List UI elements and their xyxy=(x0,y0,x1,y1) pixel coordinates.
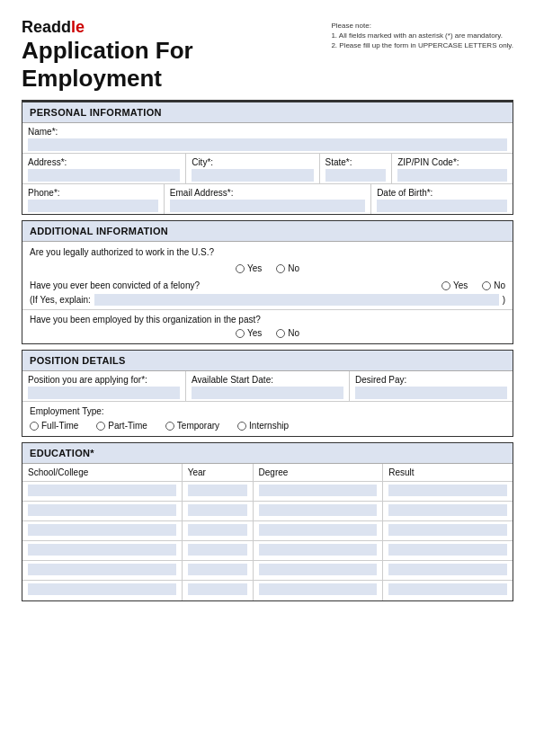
address-row: Address*: City*: State*: ZIP/PIN Code*: xyxy=(22,154,513,184)
employed-label: Have you been employed by this organizat… xyxy=(30,315,261,325)
edu-school-input-5[interactable] xyxy=(28,564,176,575)
edu-result-input-5[interactable] xyxy=(388,564,507,575)
employed-yes-radio[interactable] xyxy=(236,329,245,338)
edu-year-input-4[interactable] xyxy=(188,544,247,556)
name-row: Name*: xyxy=(22,123,513,154)
edu-year-input-6[interactable] xyxy=(188,583,247,595)
employed-label-row: Have you been employed by this organizat… xyxy=(22,310,513,326)
desired-pay-cell: Desired Pay: xyxy=(350,371,513,401)
email-cell: Email Address*: xyxy=(165,184,371,214)
authorized-no-radio[interactable] xyxy=(276,264,285,273)
felony-yes-radio[interactable] xyxy=(441,281,450,290)
felony-no-label: No xyxy=(494,280,505,290)
dob-label: Date of Birth*: xyxy=(377,188,507,198)
applying-input[interactable] xyxy=(28,387,180,399)
state-input[interactable] xyxy=(325,169,387,182)
edu-school-5 xyxy=(22,561,183,580)
edu-year-4 xyxy=(183,541,254,560)
felony-yes-option[interactable]: Yes xyxy=(441,280,468,290)
edu-degree-input-4[interactable] xyxy=(259,544,378,556)
authorized-yes-option[interactable]: Yes xyxy=(236,263,262,273)
edu-year-input-3[interactable] xyxy=(188,524,247,536)
edu-result-input-2[interactable] xyxy=(388,504,507,516)
dob-cell: Date of Birth*: xyxy=(371,184,513,214)
desired-pay-input[interactable] xyxy=(355,387,507,399)
felony-label: Have you ever been convicted of a felony… xyxy=(30,280,200,290)
email-input[interactable] xyxy=(170,200,365,212)
edu-school-input-6[interactable] xyxy=(28,583,176,595)
start-date-input[interactable] xyxy=(192,387,343,399)
additional-information-section: ADDITIONAL INFORMATION Are you legally a… xyxy=(22,220,513,344)
state-label: State*: xyxy=(325,157,387,167)
edu-school-4 xyxy=(22,541,183,560)
felony-radio-group: Yes No xyxy=(441,280,505,290)
name-label: Name*: xyxy=(28,127,507,137)
edu-school-input-3[interactable] xyxy=(28,524,176,536)
page-header: Readdle Application For Employment Pleas… xyxy=(22,18,513,102)
fulltime-radio[interactable] xyxy=(30,422,39,431)
address-input[interactable] xyxy=(28,169,180,182)
edu-school-1 xyxy=(22,482,183,501)
zip-label: ZIP/PIN Code*: xyxy=(397,157,507,167)
edu-school-input-4[interactable] xyxy=(28,544,176,556)
felony-no-radio[interactable] xyxy=(482,281,491,290)
phone-cell: Phone*: xyxy=(22,184,165,214)
edu-school-2 xyxy=(22,502,183,520)
edu-result-input-6[interactable] xyxy=(388,583,507,595)
temporary-label: Temporary xyxy=(177,421,219,431)
edu-school-3 xyxy=(22,521,183,540)
zip-input[interactable] xyxy=(397,169,507,182)
edu-degree-input-6[interactable] xyxy=(259,583,378,595)
desired-pay-label: Desired Pay: xyxy=(355,375,507,385)
city-input[interactable] xyxy=(192,169,313,182)
edu-result-4 xyxy=(383,541,513,560)
employed-yes-option[interactable]: Yes xyxy=(236,328,262,338)
additional-section-header: ADDITIONAL INFORMATION xyxy=(22,220,513,242)
logo: Readdle xyxy=(22,18,331,37)
edu-result-input-3[interactable] xyxy=(388,524,507,536)
employed-no-radio[interactable] xyxy=(276,329,285,338)
felony-explain-input[interactable] xyxy=(94,294,499,306)
edu-year-input-2[interactable] xyxy=(188,504,247,516)
name-input[interactable] xyxy=(28,138,507,151)
personal-section-header: PERSONAL INFORMATION xyxy=(22,102,513,123)
edu-degree-input-3[interactable] xyxy=(259,524,378,536)
authorized-yes-radio[interactable] xyxy=(236,264,245,273)
employed-no-option[interactable]: No xyxy=(276,328,299,338)
felony-top: Have you ever been convicted of a felony… xyxy=(22,277,513,292)
temporary-radio[interactable] xyxy=(165,422,174,431)
edu-degree-1 xyxy=(254,482,384,501)
felony-no-option[interactable]: No xyxy=(482,280,505,290)
fulltime-option[interactable]: Full-Time xyxy=(30,421,78,431)
position-details-section: POSITION DETAILS Position you are applyi… xyxy=(22,350,513,437)
edu-degree-input-2[interactable] xyxy=(259,504,378,516)
phone-input[interactable] xyxy=(28,200,158,212)
authorized-label-row: Are you legally authorized to work in th… xyxy=(22,242,513,262)
edu-col-school-header: School/College xyxy=(22,464,183,481)
edu-result-5 xyxy=(383,561,513,580)
phone-label: Phone*: xyxy=(28,188,158,198)
edu-result-input-1[interactable] xyxy=(388,485,507,496)
edu-row-2 xyxy=(22,502,513,521)
note-title: Please note: xyxy=(331,22,513,30)
internship-radio[interactable] xyxy=(237,422,246,431)
edu-col-degree-header: Degree xyxy=(254,464,384,481)
authorized-no-option[interactable]: No xyxy=(276,263,299,273)
edu-degree-input-5[interactable] xyxy=(259,564,378,575)
internship-label: Internship xyxy=(249,421,289,431)
parttime-option[interactable]: Part-Time xyxy=(96,421,147,431)
education-header-row: School/College Year Degree Result xyxy=(22,464,513,482)
edu-year-input-1[interactable] xyxy=(188,485,247,496)
edu-school-input-2[interactable] xyxy=(28,504,176,516)
edu-school-input-1[interactable] xyxy=(28,485,176,496)
education-section-header: EDUCATION* xyxy=(22,442,513,464)
city-label: City*: xyxy=(192,157,313,167)
edu-result-input-4[interactable] xyxy=(388,544,507,556)
parttime-radio[interactable] xyxy=(96,422,105,431)
edu-degree-input-1[interactable] xyxy=(259,485,378,496)
edu-year-input-5[interactable] xyxy=(188,564,247,575)
felony-row: Have you ever been convicted of a felony… xyxy=(22,277,513,310)
temporary-option[interactable]: Temporary xyxy=(165,421,219,431)
internship-option[interactable]: Internship xyxy=(237,421,289,431)
dob-input[interactable] xyxy=(377,200,507,212)
